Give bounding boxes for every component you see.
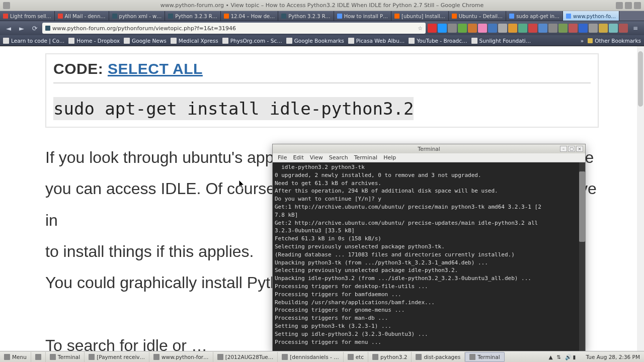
show-desktop-button[interactable] [31, 352, 46, 362]
bookmark-item[interactable]: Picasa Web Albu… [348, 38, 405, 44]
back-button[interactable]: ◄ [3, 23, 14, 34]
bookmark-favicon [171, 38, 177, 44]
extension-icon[interactable] [438, 24, 447, 33]
taskbar-item-label: www.python-for… [162, 354, 209, 360]
extension-icon[interactable] [589, 24, 598, 33]
taskbar-item[interactable]: www.python-for… [149, 352, 213, 362]
bookmark-label: PhysOrg.com - Sc… [230, 38, 282, 44]
system-tray: ▲ ⇅ 🔊 ▮ [546, 354, 582, 360]
taskbar-item-label: Terminal [58, 354, 80, 360]
terminal-menu-item[interactable]: Search [327, 153, 350, 162]
taskbar-clock[interactable]: Tue Aug 28, 2:36 PM [582, 354, 644, 360]
taskbar-item[interactable]: [dennisdaniels - … [278, 352, 343, 362]
network-icon[interactable]: ⇅ [557, 354, 563, 360]
extension-icon[interactable] [498, 24, 507, 33]
maximize-button[interactable] [625, 2, 632, 9]
taskbar-item[interactable]: Terminal [46, 352, 85, 362]
terminal-menu-item[interactable]: File [276, 153, 289, 162]
taskbar-item[interactable]: Terminal [465, 352, 504, 362]
browser-tab[interactable]: [ubuntu] Install… [391, 11, 449, 21]
bookmark-label: Home - Dropbox [76, 38, 120, 44]
browser-tab[interactable]: Python 3.2.3 R… [278, 11, 334, 21]
other-bookmarks-label: Other Bookmarks [595, 38, 641, 44]
terminal-output: idle-python3.2 python3-tk 0 upgraded, 2 … [275, 163, 583, 346]
taskbar-item-icon [282, 354, 288, 360]
extension-icon[interactable] [619, 24, 628, 33]
close-button[interactable] [634, 2, 641, 9]
taskbar-item[interactable]: etc [344, 352, 368, 362]
terminal-menu-item[interactable]: Terminal [352, 153, 380, 162]
extension-icon[interactable] [538, 24, 547, 33]
terminal-scrollbar-thumb[interactable] [579, 171, 585, 242]
taskbar-item-icon [469, 354, 475, 360]
browser-tab[interactable]: How to install P… [334, 11, 391, 21]
address-bar[interactable]: www.python-forum.org/pythonforum/viewtop… [42, 23, 426, 34]
extension-icon[interactable] [518, 24, 527, 33]
terminal-body[interactable]: idle-python3.2 python3-tk 0 upgraded, 2 … [273, 162, 585, 351]
chrome-menu-button[interactable]: ≡ [630, 23, 641, 34]
browser-tab[interactable]: 12.04 – How de… [221, 11, 278, 21]
minimize-button[interactable] [616, 2, 623, 9]
window-title: www.python-forum.org • View topic – How … [160, 2, 484, 9]
tab-label: How to install P… [344, 14, 388, 19]
start-menu-button[interactable]: Menu [0, 352, 31, 362]
bookmark-item[interactable]: Google News [124, 38, 167, 44]
taskbar-item[interactable]: [Payment receiv… [85, 352, 149, 362]
browser-tab[interactable]: Ubuntu – Detail… [449, 11, 506, 21]
terminal-menu-item[interactable]: View [308, 153, 325, 162]
select-all-link[interactable]: SELECT ALL [108, 60, 203, 77]
bookmarks-overflow-icon[interactable]: » [581, 38, 584, 44]
scrollbar-thumb[interactable] [638, 51, 643, 107]
bookmark-favicon [471, 38, 477, 44]
bookmark-item[interactable]: Medical Xpress [171, 38, 218, 44]
forward-button[interactable]: ► [16, 23, 27, 34]
bookmark-item[interactable]: Google Bookmarks [286, 38, 344, 44]
browser-tab[interactable]: www.python-fo… [563, 11, 619, 21]
window-titlebar: www.python-forum.org • View topic – How … [0, 0, 644, 11]
extension-icon[interactable] [458, 24, 467, 33]
page-scrollbar[interactable] [637, 46, 644, 351]
tray-icon[interactable]: ▲ [549, 354, 555, 360]
tab-label: python xml - w… [119, 14, 162, 19]
extension-icon[interactable] [488, 24, 497, 33]
bookmark-star-icon[interactable]: ☆ [418, 25, 423, 32]
reload-button[interactable]: ⟳ [29, 23, 40, 34]
terminal-window[interactable]: Terminal – ▢ × FileEditViewSearchTermina… [272, 144, 586, 352]
extension-icon[interactable] [569, 24, 578, 33]
extension-icon[interactable] [478, 24, 487, 33]
browser-tab[interactable]: Python 3.2.3 R… [165, 11, 220, 21]
bookmark-item[interactable]: Home - Dropbox [68, 38, 120, 44]
browser-tab[interactable]: All Mail - denn… [55, 11, 109, 21]
extension-icon[interactable] [468, 24, 477, 33]
browser-tab[interactable]: python xml - w… [109, 11, 166, 21]
extension-icon[interactable] [558, 24, 568, 33]
extension-icon[interactable] [609, 24, 618, 33]
browser-tab[interactable]: Light from sell… [0, 11, 55, 21]
taskbar-item[interactable]: [2012AUG28Tue… [213, 352, 278, 362]
terminal-menu-item[interactable]: Edit [291, 153, 305, 162]
browser-tab[interactable]: sudo apt-get in… [506, 11, 563, 21]
terminal-menu-bar: FileEditViewSearchTerminalHelp [273, 153, 585, 162]
volume-icon[interactable]: 🔊 [565, 354, 571, 360]
extension-icon[interactable] [599, 24, 608, 33]
terminal-titlebar[interactable]: Terminal – ▢ × [273, 144, 585, 153]
bookmark-item[interactable]: Sunlight Foundati… [471, 38, 531, 44]
extension-icon[interactable] [428, 24, 437, 33]
extension-icon[interactable] [448, 24, 457, 33]
terminal-close-button[interactable]: × [576, 146, 583, 152]
bookmark-item[interactable]: Learn to code | Co… [3, 38, 64, 44]
bookmark-item[interactable]: YouTube - Broadc… [409, 38, 467, 44]
taskbar-item[interactable]: dist-packages [412, 352, 465, 362]
extension-icon[interactable] [508, 24, 517, 33]
extension-icon[interactable] [528, 24, 537, 33]
terminal-minimize-button[interactable]: – [560, 146, 567, 152]
terminal-maximize-button[interactable]: ▢ [568, 146, 575, 152]
window-menu-button[interactable] [3, 2, 10, 9]
extension-icon[interactable] [579, 24, 588, 33]
terminal-menu-item[interactable]: Help [381, 153, 398, 162]
other-bookmarks-folder[interactable]: Other Bookmarks [588, 38, 641, 44]
extension-icon[interactable] [548, 24, 557, 33]
taskbar-item[interactable]: python3.2 [368, 352, 412, 362]
bookmark-item[interactable]: PhysOrg.com - Sc… [222, 38, 282, 44]
battery-icon[interactable]: ▮ [573, 354, 579, 360]
